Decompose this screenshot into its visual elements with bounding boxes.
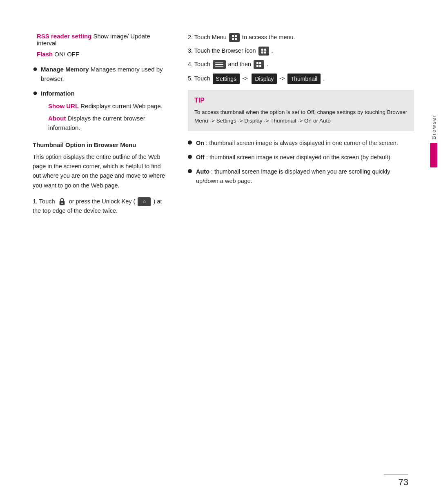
svg-point-1 xyxy=(61,203,63,204)
show-url-label: Show URL xyxy=(48,103,79,109)
step-2: 2. Touch Menu to access the menu. xyxy=(188,33,414,42)
off-text: Off : thumbnail screen image is never di… xyxy=(196,153,392,162)
step5-arrow2: -> xyxy=(279,74,285,83)
flash-desc: ON/ OFF xyxy=(54,51,79,58)
auto-desc: : thumbnail screen image is displayed wh… xyxy=(196,168,390,184)
step-4: 4. Touch and then . xyxy=(188,60,414,69)
sidebar-bar xyxy=(430,143,437,167)
about-label: About xyxy=(48,115,66,122)
info-bullet-icon: ● xyxy=(33,88,38,98)
step-5: 5. Touch Settings -> Display -> Thumbnai… xyxy=(188,74,414,84)
on-bold: On xyxy=(196,140,204,146)
sidebar-label: Browser xyxy=(431,114,437,140)
tip-text: To access thumbnail when the option is s… xyxy=(194,108,408,125)
step3-end: . xyxy=(272,46,273,56)
step1-touch-text: Touch xyxy=(39,198,57,205)
bullet-icon: ● xyxy=(33,64,38,74)
grid-icon-step4 xyxy=(254,60,264,69)
lock-icon xyxy=(58,197,67,206)
step2-num: 2. Touch Menu xyxy=(188,33,227,42)
rss-block: RSS reader setting Show image/ Update in… xyxy=(33,33,167,47)
sidebar: Browser xyxy=(426,33,441,479)
page-number: 73 xyxy=(399,477,408,488)
step2-text2: to access the menu. xyxy=(242,33,295,42)
information-label: Information xyxy=(41,90,75,97)
right-column: 2. Touch Menu to access the menu. 3. Tou… xyxy=(180,33,414,479)
footer-line xyxy=(384,474,408,475)
manage-memory-text: Manage Memory Manages memory used by bro… xyxy=(41,65,167,83)
off-bullet xyxy=(188,155,192,159)
flash-label: Flash xyxy=(37,51,53,58)
rss-label: RSS reader setting xyxy=(37,33,91,40)
menu-lines-icon xyxy=(213,60,226,69)
step-3: 3. Touch the Browser icon . xyxy=(188,46,414,56)
step4-and-then: and then xyxy=(228,60,251,69)
auto-bullet xyxy=(188,169,192,173)
page-footer: 73 xyxy=(384,474,408,488)
step5-end: . xyxy=(323,74,325,83)
off-desc: : thumbnail screen image is never displa… xyxy=(206,154,392,161)
about-block: About Displays the current browser infor… xyxy=(48,114,167,132)
auto-item: Auto : thumbnail screen image is display… xyxy=(188,167,414,186)
off-item: Off : thumbnail screen image is never di… xyxy=(188,153,414,162)
step4-text1: 4. Touch xyxy=(188,60,210,69)
unlock-key-icon: ⌂ xyxy=(138,197,151,206)
menu-icon-step2 xyxy=(229,33,240,42)
show-url-desc: Redisplays current Web page. xyxy=(80,103,163,109)
on-text: On : thumbnail screen image is always di… xyxy=(196,138,398,148)
step4-end: . xyxy=(267,60,268,69)
on-item: On : thumbnail screen image is always di… xyxy=(188,138,414,148)
display-label: Display xyxy=(252,74,277,84)
tip-box: TIP To access thumbnail when the option … xyxy=(188,90,414,131)
step5-arrow1: -> xyxy=(242,74,247,83)
manage-memory-bold: Manage Memory xyxy=(41,66,89,73)
flash-block: Flash ON/ OFF xyxy=(33,51,167,58)
step5-num: 5. Touch xyxy=(188,74,210,83)
information-item: ● Information Show URL Redisplays curren… xyxy=(33,89,167,132)
off-bold: Off xyxy=(196,154,205,161)
browser-icon-step3 xyxy=(258,47,269,56)
thumbnail-heading: Thumbnail Option in Browser Menu xyxy=(33,141,167,148)
manage-memory-item: ● Manage Memory Manages memory used by b… xyxy=(33,65,167,83)
auto-bold: Auto xyxy=(196,168,209,175)
thumbnail-desc: This option displays the entire outline … xyxy=(33,152,167,190)
on-desc: : thumbnail screen image is always displ… xyxy=(206,140,398,146)
step1-press-text: or press the Unlock Key ( xyxy=(69,198,136,205)
step3-text: 3. Touch the Browser icon xyxy=(188,46,256,56)
left-column: RSS reader setting Show image/ Update in… xyxy=(33,33,180,479)
on-bullet xyxy=(188,140,192,145)
show-url-block: Show URL Redisplays current Web page. xyxy=(48,102,167,111)
step-1: 1. Touch or press the Unlock Key ( ⌂ ) a… xyxy=(33,197,167,216)
information-text: Information Show URL Redisplays current … xyxy=(41,89,167,132)
settings-label: Settings xyxy=(213,74,240,84)
auto-text: Auto : thumbnail screen image is display… xyxy=(196,167,414,186)
tip-title: TIP xyxy=(194,96,408,106)
thumbnail-label: Thumbnail xyxy=(287,74,321,84)
